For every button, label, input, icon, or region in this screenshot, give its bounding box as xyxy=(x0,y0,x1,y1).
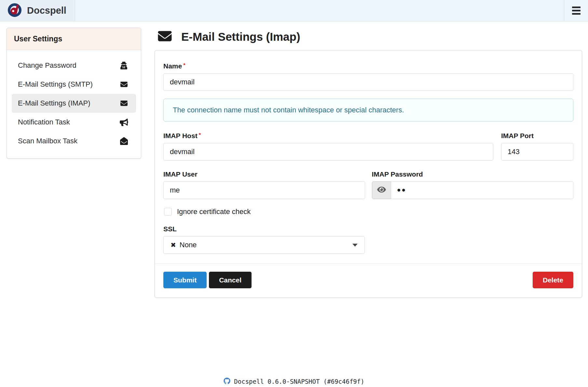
sidebar-item-email-settings-imap[interactable]: E-Mail Settings (IMAP) xyxy=(12,94,136,113)
github-icon xyxy=(224,378,230,386)
imap-host-field: IMAP Host* xyxy=(163,132,493,161)
sidebar-item-scan-mailbox-task[interactable]: Scan Mailbox Task xyxy=(12,132,136,150)
cancel-button[interactable]: Cancel xyxy=(209,272,252,288)
menu-toggle-button[interactable] xyxy=(564,0,588,21)
toggle-password-visibility-button[interactable] xyxy=(372,181,391,199)
form-divider xyxy=(155,264,582,264)
form-actions: Submit Cancel Delete xyxy=(163,272,573,288)
name-label: Name* xyxy=(163,62,573,70)
imap-port-label: IMAP Port xyxy=(501,132,573,140)
brand-title: Docspell xyxy=(27,5,66,16)
ssl-selected-value: None xyxy=(180,241,352,249)
imap-password-field: IMAP Password xyxy=(372,170,574,199)
ignore-cert-checkbox[interactable] xyxy=(164,208,172,216)
imap-port-input[interactable] xyxy=(501,143,573,161)
remove-selection-icon[interactable]: ✖ xyxy=(171,241,176,249)
hamburger-icon xyxy=(572,7,581,15)
envelope-icon xyxy=(119,99,128,107)
imap-password-input[interactable] xyxy=(391,181,574,199)
page-title: E-Mail Settings (Imap) xyxy=(181,30,300,43)
envelope-icon xyxy=(156,29,173,44)
imap-password-label: IMAP Password xyxy=(372,170,574,178)
imap-settings-form: Name* The connection name must not conta… xyxy=(155,50,582,298)
user-secret-icon xyxy=(119,62,128,69)
sidebar-item-change-password[interactable]: Change Password xyxy=(12,56,136,75)
sidebar-item-label: E-Mail Settings (IMAP) xyxy=(18,99,90,108)
footer-version-link[interactable]: Docspell 0.6.0-SNAPSHOT (#69c46f9f) xyxy=(0,376,588,387)
page-header: E-Mail Settings (Imap) xyxy=(155,29,582,44)
ssl-dropdown[interactable]: ✖ None xyxy=(163,236,365,254)
sidebar-item-label: E-Mail Settings (SMTP) xyxy=(18,80,93,89)
top-navbar: Docspell xyxy=(0,0,588,22)
bullhorn-icon xyxy=(119,118,128,126)
ignore-cert-field: Ignore certificate check xyxy=(164,208,573,216)
delete-button[interactable]: Delete xyxy=(533,272,573,288)
eye-icon xyxy=(377,186,386,195)
imap-user-input[interactable] xyxy=(163,181,365,199)
user-password-row: IMAP User IMAP Password xyxy=(163,170,573,199)
imap-user-field: IMAP User xyxy=(163,170,365,199)
sidebar-title: User Settings xyxy=(7,28,141,50)
name-field: Name* xyxy=(163,62,573,91)
info-message: The connection name must not contain whi… xyxy=(163,99,573,122)
sidebar-item-label: Change Password xyxy=(18,61,76,70)
host-port-row: IMAP Host* IMAP Port xyxy=(163,132,573,161)
brand-home-link[interactable]: Docspell xyxy=(0,0,75,21)
sidebar-item-notification-task[interactable]: Notification Task xyxy=(12,113,136,132)
user-settings-sidebar: User Settings Change Password E-Mail Set… xyxy=(7,28,141,159)
docspell-logo-icon xyxy=(7,3,22,19)
required-asterisk: * xyxy=(183,62,185,68)
imap-host-input[interactable] xyxy=(163,143,493,161)
imap-host-label: IMAP Host* xyxy=(163,132,493,140)
envelope-icon xyxy=(119,80,128,88)
sidebar-item-label: Notification Task xyxy=(18,118,70,126)
imap-user-label: IMAP User xyxy=(163,170,365,178)
name-input[interactable] xyxy=(163,73,573,91)
navbar-spacer xyxy=(75,0,564,21)
sidebar-item-label: Scan Mailbox Task xyxy=(18,137,77,145)
ignore-cert-label: Ignore certificate check xyxy=(177,208,251,216)
content-area: User Settings Change Password E-Mail Set… xyxy=(0,22,588,298)
submit-button[interactable]: Submit xyxy=(163,272,207,288)
ssl-label: SSL xyxy=(163,225,573,233)
required-asterisk: * xyxy=(199,132,201,138)
imap-port-field: IMAP Port xyxy=(501,132,573,161)
envelope-open-icon xyxy=(119,137,128,145)
footer-version-text: Docspell 0.6.0-SNAPSHOT (#69c46f9f) xyxy=(234,378,364,385)
main-panel: E-Mail Settings (Imap) Name* The connect… xyxy=(155,22,582,298)
sidebar-item-email-settings-smtp[interactable]: E-Mail Settings (SMTP) xyxy=(12,75,136,94)
chevron-down-icon xyxy=(352,244,358,247)
sidebar-menu: Change Password E-Mail Settings (SMTP) E… xyxy=(7,50,141,158)
ssl-field: SSL ✖ None xyxy=(163,225,573,254)
